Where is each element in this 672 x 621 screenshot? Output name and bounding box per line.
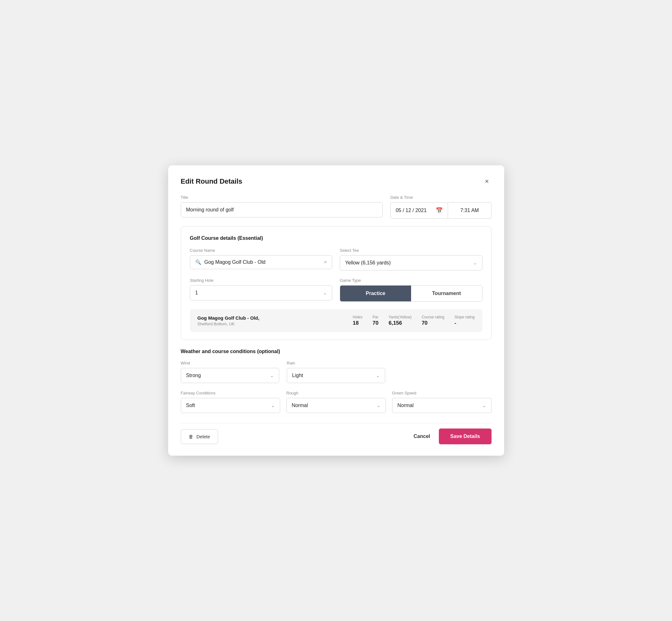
game-type-group: Game Type Practice Tournament — [340, 278, 482, 302]
green-speed-group: Green Speed Normal ⌄ — [392, 391, 492, 413]
golf-course-section: Golf Course details (Essential) Course N… — [181, 226, 492, 340]
save-button[interactable]: Save Details — [439, 428, 491, 444]
edit-round-modal: Edit Round Details × Title Date & Time 0… — [168, 165, 504, 456]
course-tee-row: Course Name 🔍 Gog Magog Golf Club - Old … — [190, 248, 482, 271]
title-group: Title — [181, 195, 383, 219]
course-rating-value: 70 — [421, 320, 427, 326]
rough-dropdown[interactable]: Normal ⌄ — [287, 398, 386, 413]
datetime-group: Date & Time 05 / 12 / 2021 📅 7:31 AM — [390, 195, 491, 219]
holes-label: Holes — [353, 315, 363, 319]
game-type-toggle: Practice Tournament — [340, 285, 482, 302]
starting-hole-group: Starting Hole 1 ⌄ — [190, 278, 333, 302]
rough-label: Rough — [287, 391, 386, 396]
holes-value: 18 — [353, 320, 359, 326]
rain-dropdown[interactable]: Light ⌄ — [287, 368, 385, 383]
wind-dropdown[interactable]: Strong ⌄ — [181, 368, 279, 383]
close-button[interactable]: × — [482, 177, 492, 186]
title-input[interactable] — [181, 202, 383, 217]
yards-stat: Yards(Yellow) 6,156 — [389, 315, 412, 326]
rough-value: Normal — [292, 403, 377, 408]
course-name-label: Course Name — [190, 248, 333, 253]
fairway-label: Fairway Conditions — [181, 391, 280, 396]
search-icon: 🔍 — [195, 259, 201, 265]
rain-group: Rain Light ⌄ — [287, 361, 385, 383]
date-text: 05 / 12 / 2021 — [395, 208, 436, 213]
course-rating-stat: Course rating 70 — [421, 315, 444, 326]
chevron-down-icon: ⌄ — [271, 403, 275, 408]
datetime-label: Date & Time — [390, 195, 491, 200]
delete-button[interactable]: 🗑 Delete — [181, 429, 218, 444]
hole-gametype-row: Starting Hole 1 ⌄ Game Type Practice Tou… — [190, 278, 482, 302]
par-value: 70 — [373, 320, 379, 326]
select-tee-group: Select Tee Yellow (6,156 yards) ⌄ — [340, 248, 482, 271]
fairway-group: Fairway Conditions Soft ⌄ — [181, 391, 280, 413]
chevron-down-icon: ⌄ — [377, 403, 380, 408]
starting-hole-value: 1 — [195, 290, 323, 296]
chevron-down-icon: ⌄ — [323, 290, 327, 295]
time-input[interactable]: 7:31 AM — [448, 202, 491, 219]
green-speed-label: Green Speed — [392, 391, 492, 396]
chevron-down-icon: ⌄ — [270, 373, 274, 378]
weather-section: Weather and course conditions (optional)… — [181, 349, 492, 413]
cancel-button[interactable]: Cancel — [414, 433, 430, 439]
chevron-down-icon: ⌄ — [482, 403, 486, 408]
course-rating-label: Course rating — [421, 315, 444, 319]
modal-footer: 🗑 Delete Cancel Save Details — [181, 423, 492, 444]
select-tee-dropdown[interactable]: Yellow (6,156 yards) ⌄ — [340, 255, 482, 271]
practice-button[interactable]: Practice — [340, 286, 411, 301]
title-datetime-row: Title Date & Time 05 / 12 / 2021 📅 7:31 … — [181, 195, 492, 219]
green-speed-dropdown[interactable]: Normal ⌄ — [392, 398, 492, 413]
rain-label: Rain — [287, 361, 385, 365]
yards-label: Yards(Yellow) — [389, 315, 412, 319]
delete-label: Delete — [197, 434, 210, 439]
par-label: Par — [373, 315, 379, 319]
fairway-value: Soft — [186, 403, 271, 408]
select-tee-label: Select Tee — [340, 248, 482, 253]
time-text: 7:31 AM — [460, 208, 479, 213]
course-info-name: Gog Magog Golf Club - Old, Shelford Bott… — [198, 315, 343, 326]
chevron-down-icon: ⌄ — [473, 260, 477, 265]
green-speed-value: Normal — [397, 403, 482, 408]
modal-header: Edit Round Details × — [181, 177, 492, 186]
starting-hole-label: Starting Hole — [190, 278, 333, 283]
game-type-label: Game Type — [340, 278, 482, 283]
date-input[interactable]: 05 / 12 / 2021 📅 — [390, 202, 448, 219]
course-info-name-text: Gog Magog Golf Club - Old, — [198, 315, 343, 321]
tournament-button[interactable]: Tournament — [411, 286, 482, 301]
fairway-rough-green-row: Fairway Conditions Soft ⌄ Rough Normal ⌄… — [181, 391, 492, 413]
course-info-box: Gog Magog Golf Club - Old, Shelford Bott… — [190, 309, 482, 332]
clear-icon[interactable]: × — [324, 259, 327, 265]
footer-right: Cancel Save Details — [414, 428, 492, 444]
course-name-search[interactable]: 🔍 Gog Magog Golf Club - Old × — [190, 255, 333, 269]
modal-title: Edit Round Details — [181, 177, 243, 185]
fairway-dropdown[interactable]: Soft ⌄ — [181, 398, 280, 413]
title-label: Title — [181, 195, 383, 200]
course-name-value: Gog Magog Golf Club - Old — [204, 259, 324, 265]
rain-value: Light — [292, 373, 376, 378]
par-stat: Par 70 — [373, 315, 379, 326]
rough-group: Rough Normal ⌄ — [287, 391, 386, 413]
wind-value: Strong — [186, 373, 270, 378]
golf-course-title: Golf Course details (Essential) — [190, 236, 482, 241]
course-info-location: Shelford Bottom, UK — [198, 322, 343, 326]
date-time-wrap: 05 / 12 / 2021 📅 7:31 AM — [390, 202, 491, 219]
wind-label: Wind — [181, 361, 279, 365]
holes-stat: Holes 18 — [353, 315, 363, 326]
slope-rating-label: Slope rating — [454, 315, 474, 319]
wind-rain-row: Wind Strong ⌄ Rain Light ⌄ — [181, 361, 492, 383]
yards-value: 6,156 — [389, 320, 402, 326]
slope-rating-stat: Slope rating - — [454, 315, 474, 326]
calendar-icon: 📅 — [436, 207, 443, 214]
slope-rating-value: - — [454, 320, 456, 326]
weather-title: Weather and course conditions (optional) — [181, 349, 492, 355]
trash-icon: 🗑 — [189, 434, 194, 439]
chevron-down-icon: ⌄ — [376, 373, 380, 378]
starting-hole-dropdown[interactable]: 1 ⌄ — [190, 285, 333, 300]
course-name-group: Course Name 🔍 Gog Magog Golf Club - Old … — [190, 248, 333, 271]
select-tee-value: Yellow (6,156 yards) — [345, 260, 473, 266]
wind-group: Wind Strong ⌄ — [181, 361, 279, 383]
